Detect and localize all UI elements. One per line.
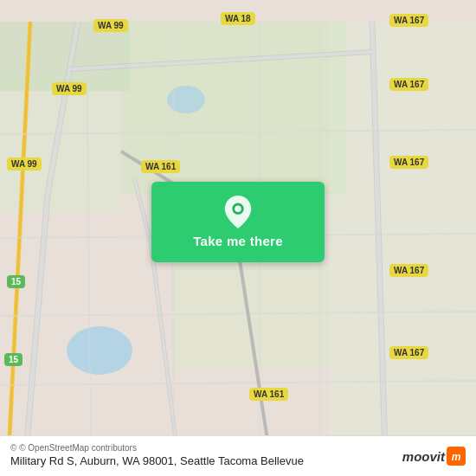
bottom-bar: © © OpenStreetMap contributors Military …	[0, 435, 476, 476]
take-me-there-button[interactable]: Take me there	[151, 182, 325, 262]
location-pin-icon	[224, 196, 252, 228]
route-badge-i5-top: 15	[7, 275, 25, 288]
moovit-logo: moovit m	[402, 447, 466, 466]
route-badge-wa167-mid1: WA 167	[389, 78, 428, 91]
route-badge-wa167-lower: WA 167	[389, 264, 428, 277]
copyright-text: © OpenStreetMap contributors	[19, 443, 137, 453]
route-badge-wa99-left: WA 99	[7, 158, 42, 170]
route-badge-wa167-top: WA 167	[389, 14, 428, 27]
route-badge-wa167-bottom: WA 167	[389, 346, 428, 359]
copyright-line: © © OpenStreetMap contributors	[10, 443, 466, 453]
svg-text:m: m	[452, 451, 461, 463]
svg-point-3	[67, 326, 132, 375]
route-badge-wa161-lower: WA 161	[249, 388, 288, 401]
copyright-icon: ©	[10, 443, 16, 453]
map-container: WA 99 WA 99 WA 99 WA 18 WA 167 WA 167 WA…	[0, 0, 476, 476]
moovit-text: moovit	[402, 449, 445, 464]
route-badge-wa99-top: WA 99	[93, 19, 128, 32]
route-badge-wa18: WA 18	[221, 12, 255, 25]
svg-rect-6	[173, 264, 329, 368]
route-badge-i5-lower: 15	[4, 353, 23, 366]
route-badge-wa99-mid: WA 99	[52, 82, 87, 95]
route-badge-wa167-mid2: WA 167	[389, 156, 428, 169]
address-text: Military Rd S, Auburn, WA 98001, Seattle…	[10, 454, 304, 467]
svg-point-16	[235, 205, 241, 212]
moovit-icon: m	[447, 447, 466, 466]
route-badge-wa161-top: WA 161	[141, 160, 180, 173]
button-label: Take me there	[193, 234, 283, 248]
moovit-logo-icon: m	[448, 448, 464, 464]
